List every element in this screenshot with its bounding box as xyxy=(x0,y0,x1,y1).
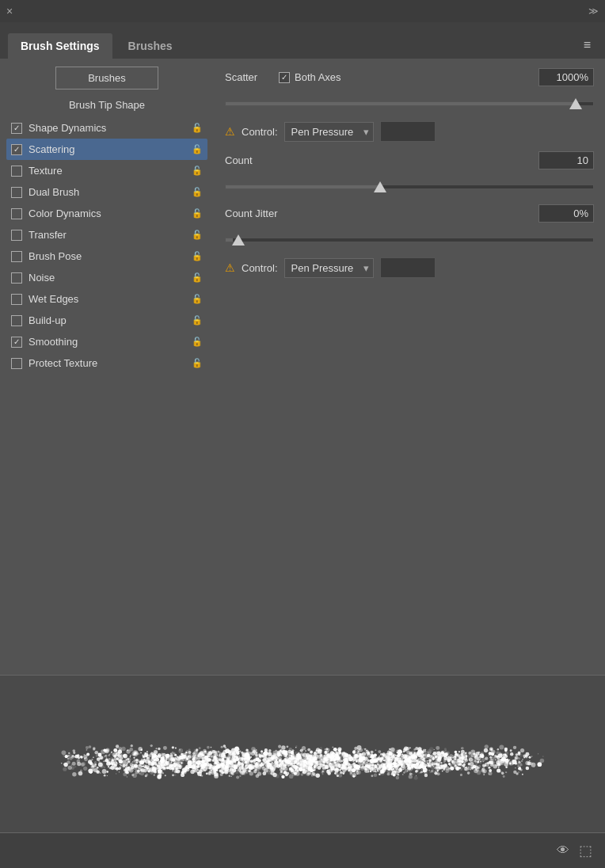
label-wet-edges: Wet Edges xyxy=(29,293,188,305)
tab-brush-settings[interactable]: Brush Settings xyxy=(8,33,112,59)
layer-item-smoothing[interactable]: Smoothing 🔓 xyxy=(6,331,207,352)
checkbox-color-dynamics[interactable] xyxy=(11,208,22,219)
checkbox-shape-dynamics[interactable] xyxy=(11,123,22,134)
lock-icon-texture: 🔓 xyxy=(192,166,203,176)
checkbox-both-axes[interactable] xyxy=(279,72,290,83)
checkbox-protect-texture[interactable] xyxy=(11,358,22,369)
menu-icon[interactable]: ≡ xyxy=(577,32,597,59)
brushes-button[interactable]: Brushes xyxy=(55,67,158,89)
count-jitter-slider[interactable] xyxy=(225,232,594,248)
control1-select-wrapper: Off Fade Pen Pressure Pen Tilt Stylus Wh… xyxy=(284,122,374,142)
label-texture: Texture xyxy=(29,165,188,177)
count-jitter-label: Count Jitter xyxy=(225,207,277,219)
layer-item-wet-edges[interactable]: Wet Edges 🔓 xyxy=(6,288,207,310)
label-color-dynamics: Color Dynamics xyxy=(29,207,188,219)
checkbox-brush-pose[interactable] xyxy=(11,251,22,262)
lock-icon-scattering: 🔓 xyxy=(192,144,203,154)
warning-icon-1: ⚠ xyxy=(225,125,235,138)
control2-row: ⚠ Control: Off Fade Pen Pressure Pen Til… xyxy=(225,257,594,278)
count-slider-track xyxy=(225,185,594,189)
checkbox-dual-brush[interactable] xyxy=(11,187,22,198)
scatter-label: Scatter xyxy=(225,71,272,83)
lock-icon-brush-pose: 🔓 xyxy=(192,251,203,261)
scatter-slider-track xyxy=(225,101,594,106)
brush-tip-shape-label: Brush Tip Shape xyxy=(6,99,207,111)
close-icon[interactable]: × xyxy=(6,5,13,17)
layer-item-protect-texture[interactable]: Protect Texture 🔓 xyxy=(6,352,207,374)
layer-item-shape-dynamics[interactable]: Shape Dynamics 🔓 xyxy=(6,117,207,139)
layer-item-transfer[interactable]: Transfer 🔓 xyxy=(6,224,207,246)
control2-empty-box xyxy=(380,257,436,278)
scatter-slider-thumb[interactable] xyxy=(569,98,582,109)
layer-list: Shape Dynamics 🔓 Scattering 🔓 Texture 🔓 … xyxy=(6,117,207,374)
collapse-icon[interactable]: ≫ xyxy=(588,6,599,17)
label-smoothing: Smoothing xyxy=(29,336,188,348)
lock-icon-dual-brush: 🔓 xyxy=(192,187,203,197)
scatter-row: Scatter Both Axes xyxy=(225,68,594,86)
count-slider-thumb[interactable] xyxy=(374,181,386,192)
bottom-toolbar: 👁 ⬚ xyxy=(0,833,605,868)
checkbox-smoothing[interactable] xyxy=(11,337,22,348)
lock-icon-wet-edges: 🔓 xyxy=(192,294,203,304)
lock-icon-smoothing: 🔓 xyxy=(192,337,203,347)
label-noise: Noise xyxy=(29,272,188,284)
layer-item-scattering[interactable]: Scattering 🔓 xyxy=(6,139,207,160)
control2-label: Control: xyxy=(242,262,278,274)
count-jitter-slider-thumb[interactable] xyxy=(232,234,245,246)
layer-item-texture[interactable]: Texture 🔓 xyxy=(6,160,207,181)
preview-area xyxy=(0,675,605,833)
label-dual-brush: Dual Brush xyxy=(29,186,188,198)
control1-select[interactable]: Off Fade Pen Pressure Pen Tilt Stylus Wh… xyxy=(284,122,374,142)
control1-label: Control: xyxy=(242,126,278,138)
tabs-bar: Brush Settings Brushes ≡ xyxy=(0,22,605,59)
checkbox-wet-edges[interactable] xyxy=(11,294,22,305)
checkbox-transfer[interactable] xyxy=(11,230,22,241)
title-bar: × ≫ xyxy=(0,0,605,22)
preview-canvas xyxy=(0,676,605,832)
lock-icon-shape-dynamics: 🔓 xyxy=(192,123,203,133)
scatter-value-input[interactable] xyxy=(538,68,594,86)
eye-icon[interactable]: 👁 xyxy=(557,843,569,858)
lock-icon-transfer: 🔓 xyxy=(192,230,203,240)
lock-icon-color-dynamics: 🔓 xyxy=(192,208,203,219)
checkbox-noise[interactable] xyxy=(11,272,22,284)
label-shape-dynamics: Shape Dynamics xyxy=(29,122,188,134)
layer-item-brush-pose[interactable]: Brush Pose 🔓 xyxy=(6,246,207,267)
scatter-slider[interactable] xyxy=(225,96,594,112)
warning-icon-2: ⚠ xyxy=(225,261,235,274)
square-crop-icon[interactable]: ⬚ xyxy=(579,842,592,859)
control2-select-wrapper: Off Fade Pen Pressure Pen Tilt Stylus Wh… xyxy=(284,258,374,278)
count-jitter-slider-track xyxy=(225,238,594,242)
count-row: Count xyxy=(225,151,594,169)
checkbox-build-up[interactable] xyxy=(11,315,22,326)
label-brush-pose: Brush Pose xyxy=(29,250,188,262)
lock-icon-build-up: 🔓 xyxy=(192,315,203,326)
control2-select[interactable]: Off Fade Pen Pressure Pen Tilt Stylus Wh… xyxy=(284,258,374,278)
lock-icon-noise: 🔓 xyxy=(192,272,203,283)
label-transfer: Transfer xyxy=(29,229,188,241)
layer-item-build-up[interactable]: Build-up 🔓 xyxy=(6,310,207,331)
checkbox-texture[interactable] xyxy=(11,166,22,177)
control1-row: ⚠ Control: Off Fade Pen Pressure Pen Til… xyxy=(225,121,594,142)
label-build-up: Build-up xyxy=(29,314,188,326)
both-axes-label: Both Axes xyxy=(295,71,341,83)
count-jitter-value-input[interactable] xyxy=(538,204,594,223)
layer-item-color-dynamics[interactable]: Color Dynamics 🔓 xyxy=(6,203,207,224)
count-slider[interactable] xyxy=(225,179,594,195)
label-protect-texture: Protect Texture xyxy=(29,357,188,369)
count-jitter-row: Count Jitter xyxy=(225,204,594,223)
control1-empty-box xyxy=(380,121,436,142)
both-axes-container: Both Axes xyxy=(279,71,341,83)
label-scattering: Scattering xyxy=(29,143,188,155)
count-value-input[interactable] xyxy=(538,151,594,169)
layer-item-noise[interactable]: Noise 🔓 xyxy=(6,267,207,288)
count-label: Count xyxy=(225,154,253,166)
tab-brushes[interactable]: Brushes xyxy=(116,33,185,59)
lock-icon-protect-texture: 🔓 xyxy=(192,358,203,368)
checkbox-scattering[interactable] xyxy=(11,144,22,155)
layer-item-dual-brush[interactable]: Dual Brush 🔓 xyxy=(6,181,207,203)
